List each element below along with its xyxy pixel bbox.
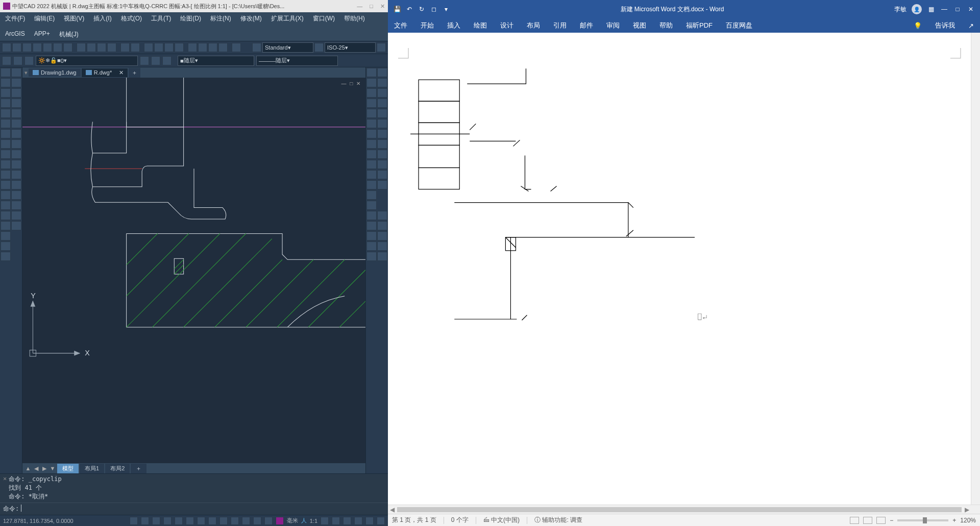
textstyle-icon[interactable]	[252, 43, 261, 52]
ellipse-icon[interactable]	[1, 160, 11, 169]
publish-icon[interactable]	[63, 43, 72, 52]
explode-icon[interactable]	[11, 221, 21, 230]
max-icon[interactable]	[377, 517, 385, 525]
status-accessibility[interactable]: ⓘ 辅助功能: 调查	[534, 516, 582, 524]
mtext-icon[interactable]	[1, 242, 11, 251]
layout-add[interactable]: ＋	[131, 464, 146, 473]
table-icon[interactable]	[1, 231, 11, 241]
group-2-icon[interactable]	[377, 221, 387, 230]
menu-extensions[interactable]: 扩展工具(X)	[269, 13, 306, 24]
layermgr-icon[interactable]	[140, 56, 149, 65]
dyn-icon[interactable]	[208, 517, 216, 525]
status-unit[interactable]: 毫米	[287, 517, 298, 524]
paste-icon[interactable]	[97, 43, 106, 52]
zoom-level[interactable]: 120%	[960, 517, 976, 524]
join-icon[interactable]	[11, 190, 21, 200]
touch-icon[interactable]: ◻	[430, 5, 438, 13]
arc-icon[interactable]	[1, 119, 11, 128]
menu-edit[interactable]: 编辑(E)	[32, 13, 57, 24]
chamfer-icon[interactable]	[11, 201, 21, 210]
layerprev-icon[interactable]	[151, 56, 160, 65]
dim-ordinate-icon[interactable]	[366, 99, 377, 108]
view-print-icon[interactable]	[863, 517, 872, 524]
region-icon[interactable]	[1, 221, 11, 230]
user-avatar-icon[interactable]: 👤	[912, 4, 922, 14]
layout-model[interactable]: 模型	[57, 464, 79, 473]
ribbon-home[interactable]: 开始	[419, 20, 436, 31]
status-words[interactable]: 0 个字	[451, 516, 469, 524]
mech-4-icon[interactable]	[377, 99, 387, 108]
erase-icon[interactable]	[11, 68, 21, 77]
fillet-icon[interactable]	[11, 211, 21, 220]
revcloud-icon[interactable]	[1, 139, 11, 149]
group-5-icon[interactable]	[377, 252, 387, 261]
jogged-icon[interactable]	[366, 221, 377, 230]
save-icon[interactable]: 💾	[393, 5, 401, 13]
cad-close-button[interactable]: ✕	[380, 3, 385, 10]
menu-draw[interactable]: 绘图(D)	[178, 13, 203, 24]
linetype-select[interactable]: ——— 随层 ▾	[256, 56, 338, 66]
custom-icon[interactable]	[354, 517, 362, 525]
cad-maximize-button[interactable]: □	[370, 3, 373, 10]
clean-icon[interactable]	[365, 517, 374, 525]
mech-7-icon[interactable]	[377, 129, 387, 138]
tell-me[interactable]: 告诉我	[933, 20, 957, 31]
dim-space-icon[interactable]	[366, 170, 377, 179]
dim-arc-icon[interactable]	[366, 88, 377, 98]
cad-minimize-button[interactable]: —	[357, 3, 362, 10]
preview-icon[interactable]	[53, 43, 62, 52]
menu-mechanical[interactable]: 机械(J)	[57, 29, 81, 40]
layer-freeze-icon[interactable]	[13, 56, 22, 65]
menu-insert[interactable]: 插入(I)	[91, 13, 113, 24]
matchprop-icon[interactable]	[107, 43, 116, 52]
mech-8-icon[interactable]	[377, 139, 387, 149]
stretch-icon[interactable]	[11, 150, 21, 159]
user-name[interactable]: 李敏	[894, 5, 906, 14]
dcenter-icon[interactable]	[198, 43, 207, 52]
xline-icon[interactable]	[1, 78, 11, 87]
mech-11-icon[interactable]	[377, 170, 387, 179]
status-scale[interactable]: 1:1	[310, 518, 317, 524]
annovis-icon[interactable]	[321, 517, 329, 525]
menu-view[interactable]: 视图(V)	[62, 13, 86, 24]
status-ime[interactable]: 🖮 中文(中国)	[483, 516, 520, 524]
layer-bulb-icon[interactable]	[2, 56, 11, 65]
rect-icon[interactable]	[1, 109, 11, 118]
layer-select[interactable]: 🔆❄🔓■ 0 ▾	[36, 56, 138, 66]
mech-2-icon[interactable]	[377, 78, 387, 87]
word-page[interactable]: ⌷↵	[388, 33, 971, 505]
zoomprev-icon[interactable]	[175, 43, 184, 52]
qat-more-icon[interactable]: ▾	[442, 5, 450, 13]
filetab-drawing1[interactable]: Drawing1.dwg	[29, 68, 81, 77]
redo-icon[interactable]: ↻	[418, 5, 426, 13]
block-icon[interactable]	[1, 180, 11, 189]
layout-2[interactable]: 布局2	[105, 464, 130, 473]
dim-aligned-icon[interactable]	[366, 78, 377, 87]
sheetset-icon[interactable]	[218, 43, 228, 52]
osnap-icon[interactable]	[175, 517, 183, 525]
trim-icon[interactable]	[11, 160, 21, 169]
group-4-icon[interactable]	[377, 242, 387, 251]
saveas-icon[interactable]	[33, 43, 42, 52]
hscroll-thumb[interactable]	[397, 507, 962, 512]
copy-icon[interactable]	[87, 43, 96, 52]
redo-icon[interactable]	[131, 43, 140, 52]
menu-help[interactable]: 帮助(H)	[342, 13, 367, 24]
ribbon-file[interactable]: 文件	[392, 20, 409, 31]
ws-icon[interactable]	[343, 517, 351, 525]
close-tab-icon[interactable]: ✕	[119, 69, 124, 76]
menu-arcgis[interactable]: ArcGIS	[3, 29, 27, 40]
dim-break-icon[interactable]	[366, 180, 377, 189]
zoom-slider[interactable]	[897, 519, 948, 521]
undo-icon[interactable]: ↶	[405, 5, 413, 13]
pan-icon[interactable]	[144, 43, 153, 52]
polygon-icon[interactable]	[1, 99, 11, 108]
layout-nav-next[interactable]: ▶	[41, 465, 48, 472]
ribbon-mailings[interactable]: 邮件	[578, 20, 595, 31]
mech-10-icon[interactable]	[377, 160, 387, 169]
circle-icon[interactable]	[1, 129, 11, 138]
menu-modify[interactable]: 修改(M)	[238, 13, 264, 24]
zoomwin-icon[interactable]	[164, 43, 174, 52]
textstyle-select[interactable]: Standard ▾	[262, 42, 313, 53]
annolock-icon[interactable]	[332, 517, 340, 525]
